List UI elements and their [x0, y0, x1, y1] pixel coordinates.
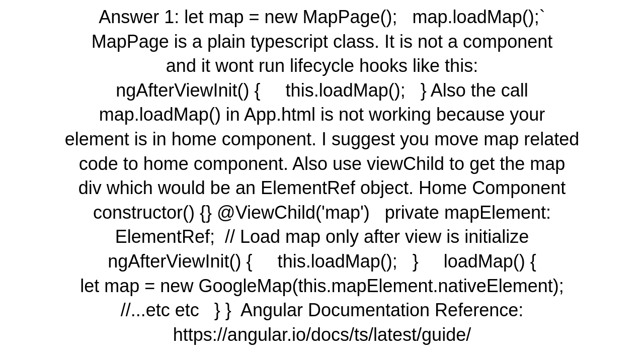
answer-text: Answer 1: let map = new MapPage(); map.l… [0, 5, 644, 347]
main-content: Answer 1: let map = new MapPage(); map.l… [0, 0, 644, 362]
